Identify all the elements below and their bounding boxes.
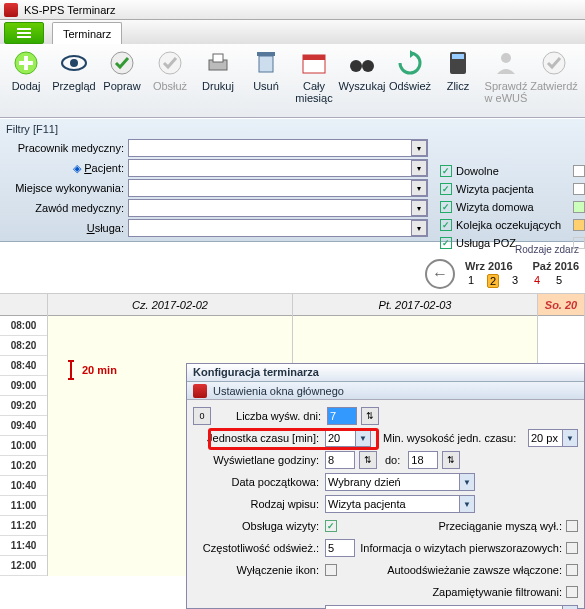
calc-icon: [443, 48, 473, 78]
legend: ✓Dowolne ✓Wizyta pacjenta ✓Wizyta domowa…: [440, 162, 585, 252]
svg-rect-0: [17, 28, 31, 30]
tb-sprawdz: Sprawdź w eWUŚ: [482, 48, 530, 117]
svg-rect-20: [452, 54, 464, 59]
time-unit-hint: 20 min: [68, 360, 117, 380]
tb-zlicz[interactable]: Zlicz: [434, 48, 482, 117]
tab-terminarz[interactable]: Terminarz: [52, 22, 122, 44]
spinner-icon[interactable]: ⇅: [361, 407, 379, 425]
eye-icon: [59, 48, 89, 78]
select-rodzaj[interactable]: Wizyta pacjenta▼: [325, 495, 475, 513]
refresh-icon: [395, 48, 425, 78]
spinner-icon[interactable]: ⇅: [442, 451, 460, 469]
month-1[interactable]: Wrz 2016: [465, 260, 513, 272]
input-godz-to[interactable]: 18: [408, 451, 438, 469]
dropdown-icon[interactable]: ▾: [411, 180, 427, 196]
cb-dowolne[interactable]: ✓: [440, 165, 452, 177]
input-zawod[interactable]: ▾: [128, 199, 428, 217]
cb-usluga-poz[interactable]: ✓: [440, 237, 452, 249]
cb-auto[interactable]: [566, 564, 578, 576]
select-kontrola[interactable]: Ostrzeżenie▼: [325, 605, 578, 609]
menu-button[interactable]: [4, 22, 44, 44]
label-rodzaj: Rodzaj wpisu:: [193, 498, 321, 510]
svg-point-17: [362, 60, 374, 72]
chevron-down-icon[interactable]: ▼: [459, 496, 474, 512]
cb-kolejka[interactable]: ✓: [440, 219, 452, 231]
cb-wizyta-domowa[interactable]: ✓: [440, 201, 452, 213]
day-header-2: Pt. 2017-02-03: [293, 294, 537, 316]
tb-usun[interactable]: Usuń: [242, 48, 290, 117]
input-min-wys[interactable]: 20 px▼: [528, 429, 578, 447]
zero-button[interactable]: 0: [193, 407, 211, 425]
dropdown-icon[interactable]: ▾: [411, 200, 427, 216]
spinner-icon[interactable]: ⇅: [359, 451, 377, 469]
cb-info[interactable]: [566, 542, 578, 554]
dropdown-icon[interactable]: ▾: [411, 140, 427, 156]
cb-obsluga[interactable]: ✓: [325, 520, 337, 532]
svg-marker-18: [410, 50, 415, 58]
input-liczba-dni[interactable]: 7: [327, 407, 357, 425]
input-jednostka[interactable]: 20▼: [325, 429, 371, 447]
tb-wyszukaj[interactable]: Wyszukaj: [338, 48, 386, 117]
wk-3[interactable]: 3: [509, 274, 521, 288]
approve-icon: [539, 48, 569, 78]
calendar-icon: [299, 48, 329, 78]
label-wyl-ikon: Wyłączenie ikon:: [193, 564, 321, 576]
svg-rect-2: [17, 36, 31, 38]
tb-zatwierdz: Zatwierdź: [530, 48, 578, 117]
add-icon: [11, 48, 41, 78]
swatch: [573, 165, 585, 177]
label-info: Informacja o wizytach pierwszorazowych:: [360, 542, 562, 554]
time-column: 08:00 08:20 08:40 09:00 09:20 09:40 10:0…: [0, 294, 48, 576]
label-pracownik: Pracownik medyczny:: [6, 142, 128, 154]
tb-obsluz: Obsłuż: [146, 48, 194, 117]
wk-4[interactable]: 4: [531, 274, 543, 288]
label-przeciaganie: Przeciąganie myszą wył.:: [439, 520, 563, 532]
day-header-3: So. 20: [538, 294, 584, 316]
svg-point-21: [501, 53, 511, 63]
label-jednostka: Jednostka czasu [min]:: [193, 432, 321, 444]
label-min-wys: Min. wysokość jedn. czasu:: [383, 432, 516, 444]
input-godz-from[interactable]: 8: [325, 451, 355, 469]
prev-arrow[interactable]: ←: [425, 259, 455, 289]
dropdown-icon[interactable]: ▾: [411, 160, 427, 176]
cb-wyl-ikon[interactable]: [325, 564, 337, 576]
label-miejsce: Miejsce wykonywania:: [6, 182, 128, 194]
tb-przeglad[interactable]: Przegląd: [50, 48, 98, 117]
config-group-header: Ustawienia okna głównego: [187, 382, 584, 400]
titlebar: KS-PPS Terminarz: [0, 0, 585, 20]
input-pacjent[interactable]: ▾: [128, 159, 428, 177]
chevron-down-icon[interactable]: ▼: [355, 430, 370, 446]
label-obsluga: Obsługa wizyty:: [193, 520, 321, 532]
input-czest[interactable]: 5: [325, 539, 355, 557]
label-wys-godz: Wyświetlane godziny:: [193, 454, 321, 466]
wk-1[interactable]: 1: [465, 274, 477, 288]
input-pracownik[interactable]: ▾: [128, 139, 428, 157]
label-pacjent: ◈ Pacjent:: [6, 162, 128, 175]
select-data-pocz[interactable]: Wybrany dzień▼: [325, 473, 475, 491]
month-2[interactable]: Paź 2016: [533, 260, 579, 272]
tb-caly-miesiac[interactable]: Cały miesiąc: [290, 48, 338, 117]
svg-rect-12: [259, 56, 273, 72]
tb-drukuj[interactable]: Drukuj: [194, 48, 242, 117]
chevron-down-icon[interactable]: ▼: [459, 474, 474, 490]
swatch: [573, 237, 585, 249]
wk-5[interactable]: 5: [553, 274, 565, 288]
svg-rect-15: [303, 55, 325, 60]
tb-popraw[interactable]: Popraw: [98, 48, 146, 117]
tb-odswiez[interactable]: Odśwież: [386, 48, 434, 117]
cb-przeciaganie[interactable]: [566, 520, 578, 532]
cb-zapam[interactable]: [566, 586, 578, 598]
wk-2[interactable]: 2: [487, 274, 499, 288]
month-nav: ← Wrz 2016 Paź 2016 1 2 3 4 5: [0, 255, 585, 293]
label-zawod: Zawód medyczny:: [6, 202, 128, 214]
tb-dodaj[interactable]: Dodaj: [2, 48, 50, 117]
input-miejsce[interactable]: ▾: [128, 179, 428, 197]
chevron-down-icon[interactable]: ▼: [562, 430, 577, 446]
cb-wizyta-pacjenta[interactable]: ✓: [440, 183, 452, 195]
dropdown-icon[interactable]: ▾: [411, 220, 427, 236]
swatch: [573, 183, 585, 195]
window-title: KS-PPS Terminarz: [24, 4, 116, 16]
app-icon: [193, 384, 207, 398]
label-liczba-dni: Liczba wyśw. dni:: [219, 410, 323, 422]
input-usluga[interactable]: ▾: [128, 219, 428, 237]
